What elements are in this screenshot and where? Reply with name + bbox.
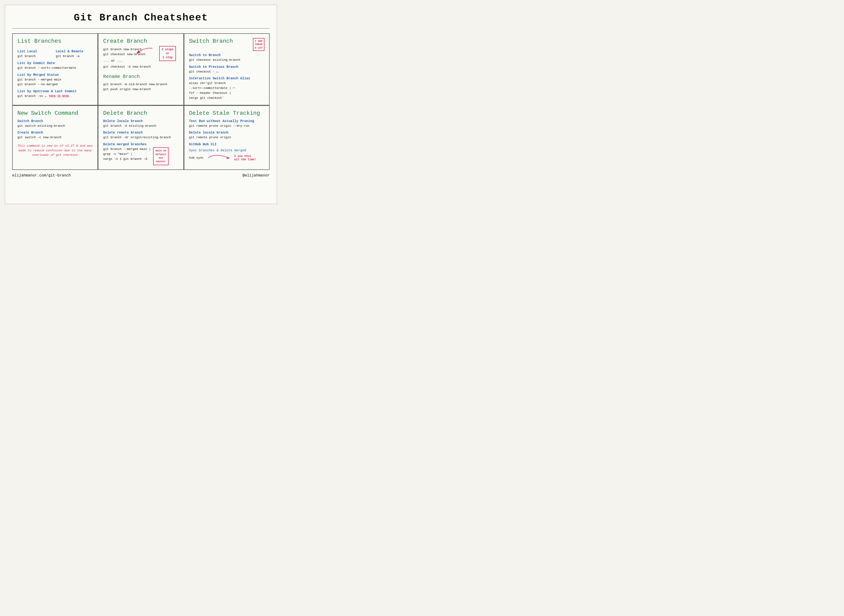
merged-cmd1: git branch --merged main <box>18 78 93 82</box>
stale-local-cmd: git remote prune origin <box>189 135 265 140</box>
switch-branch-title: Switch Branch <box>189 38 233 44</box>
dryrun-cmd: git remote prune origin --dry-run <box>189 124 265 129</box>
del-remote-label: Delete remote branch <box>103 131 178 135</box>
del-merged-label: Delete merged branches <box>103 142 178 146</box>
footer: elijahmanor.com/git-branch @elijahmanor <box>12 173 270 177</box>
page-title: Git Branch Cheatsheet <box>12 10 270 29</box>
cell-list-branches: List Branches List Local git branch Loca… <box>12 33 98 106</box>
del-local-label: Delete locale branch <box>103 119 178 123</box>
merged-label: List by Merged Status <box>18 73 93 77</box>
remote-label: Local & Remote <box>56 50 93 53</box>
sync-note: I use this all the time! <box>234 155 256 161</box>
new-switch-cmd: git switch existing-branch <box>18 124 93 129</box>
steps-box: 2 steps or 1 step <box>159 46 176 61</box>
alias-cmd4: xargs git checkout' <box>189 96 231 101</box>
prev-arrow-icon: ⟵ <box>216 70 218 74</box>
rename-cmd1: git branch -m old-branch new-branch <box>103 82 178 87</box>
alias-label: Interactive Switch Branch Alias <box>189 76 265 80</box>
del-remote-cmd: git branch -dr origin/existing-branch <box>103 135 178 140</box>
dryrun-label: Test Run without Actually Pruning <box>189 119 265 123</box>
stale-local-label: Delete locale branch <box>189 131 265 135</box>
delete-branch-title: Delete Branch <box>103 110 178 116</box>
new-switch-note: This command is new as of v2.27.0 and wa… <box>18 144 93 157</box>
footer-right: @elijahmanor <box>243 173 270 177</box>
alias-arrow-icon: ⟵ <box>233 86 235 89</box>
upstream-note: THIS IS NICE <box>49 95 69 98</box>
page: Git Branch Cheatsheet List Branches List… <box>5 5 277 204</box>
new-switch-title: New Switch Command <box>18 110 93 116</box>
list-branches-title: List Branches <box>18 38 93 44</box>
create-cmd3: git checkout -b new-branch <box>103 65 178 69</box>
i-use-badge: I USE THESE A LOT <box>253 38 265 51</box>
del-merged-cmd3: xargs -n 1 git branch -d <box>103 157 151 162</box>
del-merged-cmd2: grep -v "main" | <box>103 152 151 157</box>
cell-create-branch: Create Branch git branch new-branch git … <box>98 33 184 106</box>
cell-delete-stale: Delete Stale Tracking Test Run without A… <box>184 106 270 170</box>
local-cmd: git branch <box>18 54 54 59</box>
prev-cmd: git checkout - <box>189 69 215 74</box>
merged-cmd2: git branch --no-merged <box>18 82 93 87</box>
github-label: GitHub Hub CLI <box>189 142 265 146</box>
main-default-box: main as default not master <box>153 147 169 165</box>
rename-cmd2: git push origin new-branch <box>103 87 178 92</box>
alias-cmd1: alias cb='git branch <box>189 81 231 86</box>
del-merged-cmd1: git branch --merged main | <box>103 147 151 152</box>
new-create-cmd: git switch -c new-branch <box>18 135 93 140</box>
arrow-icon: ⟵ <box>45 94 47 98</box>
sync-label: Sync branches & delete merged <box>189 148 265 152</box>
cell-new-switch: New Switch Command Switch Branch git swi… <box>12 106 98 170</box>
sync-cmd: hub sync <box>189 155 204 160</box>
alias-cmd3: fzf --header Checkout | <box>189 91 231 96</box>
delete-stale-title: Delete Stale Tracking <box>189 110 265 116</box>
new-switch-label: Switch Branch <box>18 119 93 123</box>
remote-cmd: git branch -a <box>56 54 93 59</box>
upstream-label: List by Upstream & Last Commit <box>18 89 93 93</box>
new-create-label: Create Branch <box>18 131 93 135</box>
create-branch-title: Create Branch <box>103 38 178 44</box>
local-label: List Local <box>18 50 54 53</box>
sync-arrow <box>207 153 231 163</box>
cell-switch-branch: Switch Branch I USE THESE A LOT Switch t… <box>184 33 270 106</box>
commit-date-label: List by Commit Date <box>18 61 93 65</box>
footer-left: elijahmanor.com/git-branch <box>12 173 71 177</box>
cell-delete-branch: Delete Branch Delete locale branch git b… <box>98 106 184 170</box>
switch-to-label: Switch to Branch <box>189 53 265 57</box>
commit-date-cmd: git branch --sort=-committerdate <box>18 66 93 70</box>
del-local-cmd: git branch -d existing-branch <box>103 124 178 129</box>
main-grid: List Branches List Local git branch Loca… <box>12 33 270 170</box>
rename-branch-title: Rename Branch <box>103 74 178 79</box>
prev-branch-label: Switch to Previous Branch <box>189 65 265 69</box>
steps-arrow <box>136 45 155 57</box>
upstream-cmd: git branch -vv <box>18 94 43 99</box>
switch-to-cmd: git checkout existing-branch <box>189 58 265 63</box>
alias-cmd2: --sort=-committerdate | <box>189 86 231 91</box>
